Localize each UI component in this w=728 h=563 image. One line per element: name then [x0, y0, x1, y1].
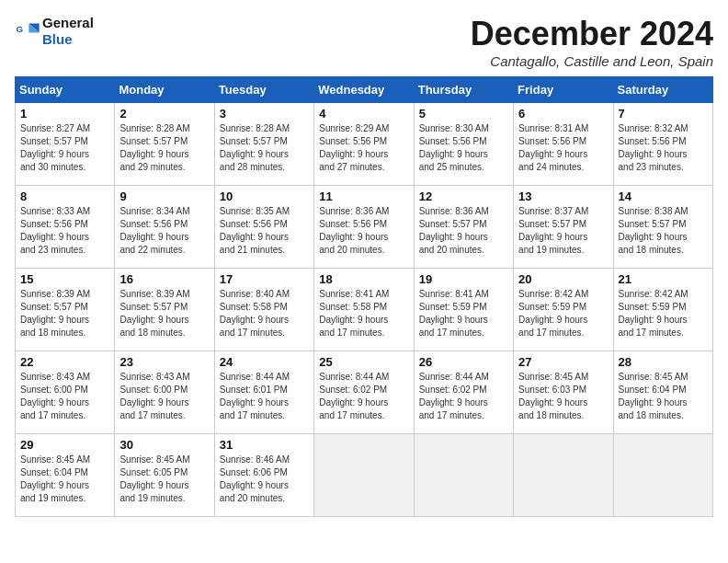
calendar-cell: 21Sunrise: 8:42 AM Sunset: 5:59 PM Dayli…	[613, 269, 712, 351]
column-header-saturday: Saturday	[613, 77, 712, 103]
day-number: 19	[419, 272, 508, 286]
calendar-cell: 8Sunrise: 8:33 AM Sunset: 5:56 PM Daylig…	[16, 186, 115, 269]
day-number: 17	[220, 272, 309, 286]
day-info: Sunrise: 8:31 AM Sunset: 5:56 PM Dayligh…	[518, 122, 608, 174]
day-info: Sunrise: 8:44 AM Sunset: 6:02 PM Dayligh…	[319, 371, 408, 422]
calendar-week-2: 8Sunrise: 8:33 AM Sunset: 5:56 PM Daylig…	[16, 186, 713, 269]
day-info: Sunrise: 8:27 AM Sunset: 5:57 PM Dayligh…	[20, 122, 109, 174]
day-info: Sunrise: 8:45 AM Sunset: 6:04 PM Dayligh…	[20, 454, 109, 505]
calendar-cell: 30Sunrise: 8:45 AM Sunset: 6:05 PM Dayli…	[115, 434, 214, 517]
day-info: Sunrise: 8:39 AM Sunset: 5:57 PM Dayligh…	[20, 288, 109, 339]
day-info: Sunrise: 8:43 AM Sunset: 6:00 PM Dayligh…	[119, 371, 209, 422]
calendar-week-3: 15Sunrise: 8:39 AM Sunset: 5:57 PM Dayli…	[16, 269, 713, 351]
day-number: 28	[619, 355, 708, 369]
day-number: 24	[220, 355, 309, 369]
calendar-cell: 15Sunrise: 8:39 AM Sunset: 5:57 PM Dayli…	[16, 269, 115, 351]
day-info: Sunrise: 8:45 AM Sunset: 6:04 PM Dayligh…	[619, 371, 708, 422]
calendar-table: SundayMondayTuesdayWednesdayThursdayFrid…	[15, 76, 713, 517]
day-info: Sunrise: 8:46 AM Sunset: 6:06 PM Dayligh…	[220, 454, 309, 505]
calendar-cell	[414, 434, 513, 517]
logo-icon: G	[15, 18, 40, 44]
calendar-cell: 2Sunrise: 8:28 AM Sunset: 5:57 PM Daylig…	[115, 103, 214, 186]
day-info: Sunrise: 8:38 AM Sunset: 5:57 PM Dayligh…	[619, 205, 708, 257]
day-info: Sunrise: 8:42 AM Sunset: 5:59 PM Dayligh…	[619, 288, 708, 339]
day-number: 23	[119, 355, 209, 369]
calendar-cell: 1Sunrise: 8:27 AM Sunset: 5:57 PM Daylig…	[16, 103, 115, 186]
day-info: Sunrise: 8:41 AM Sunset: 5:58 PM Dayligh…	[319, 288, 408, 339]
day-number: 18	[319, 272, 408, 286]
calendar-cell: 9Sunrise: 8:34 AM Sunset: 5:56 PM Daylig…	[115, 186, 214, 269]
calendar-cell: 18Sunrise: 8:41 AM Sunset: 5:58 PM Dayli…	[314, 269, 414, 351]
day-info: Sunrise: 8:42 AM Sunset: 5:59 PM Dayligh…	[518, 288, 608, 339]
day-info: Sunrise: 8:43 AM Sunset: 6:00 PM Dayligh…	[20, 371, 109, 422]
calendar-cell: 25Sunrise: 8:44 AM Sunset: 6:02 PM Dayli…	[314, 351, 414, 434]
day-info: Sunrise: 8:44 AM Sunset: 6:02 PM Dayligh…	[419, 371, 508, 422]
day-number: 10	[220, 190, 309, 203]
day-info: Sunrise: 8:33 AM Sunset: 5:56 PM Dayligh…	[20, 205, 109, 257]
day-info: Sunrise: 8:30 AM Sunset: 5:56 PM Dayligh…	[419, 122, 508, 174]
day-info: Sunrise: 8:34 AM Sunset: 5:56 PM Dayligh…	[119, 205, 209, 257]
day-info: Sunrise: 8:28 AM Sunset: 5:57 PM Dayligh…	[119, 122, 209, 174]
title-block: December 2024 Cantagallo, Castille and L…	[471, 15, 713, 69]
calendar-cell: 4Sunrise: 8:29 AM Sunset: 5:56 PM Daylig…	[314, 103, 414, 186]
day-info: Sunrise: 8:45 AM Sunset: 6:03 PM Dayligh…	[518, 371, 608, 422]
day-number: 13	[518, 190, 608, 203]
calendar-cell: 5Sunrise: 8:30 AM Sunset: 5:56 PM Daylig…	[414, 103, 513, 186]
calendar-cell	[613, 434, 712, 517]
calendar-cell: 10Sunrise: 8:35 AM Sunset: 5:56 PM Dayli…	[214, 186, 313, 269]
calendar-cell: 13Sunrise: 8:37 AM Sunset: 5:57 PM Dayli…	[514, 186, 613, 269]
day-info: Sunrise: 8:28 AM Sunset: 5:57 PM Dayligh…	[220, 122, 309, 174]
day-info: Sunrise: 8:44 AM Sunset: 6:01 PM Dayligh…	[220, 371, 309, 422]
day-info: Sunrise: 8:41 AM Sunset: 5:59 PM Dayligh…	[419, 288, 508, 339]
day-number: 5	[419, 107, 508, 121]
day-info: Sunrise: 8:37 AM Sunset: 5:57 PM Dayligh…	[518, 205, 608, 257]
page-header: G General Blue December 2024 Cantagallo,…	[15, 15, 713, 69]
day-number: 6	[518, 107, 608, 121]
day-number: 11	[319, 190, 408, 203]
day-info: Sunrise: 8:39 AM Sunset: 5:57 PM Dayligh…	[119, 288, 209, 339]
calendar-cell: 23Sunrise: 8:43 AM Sunset: 6:00 PM Dayli…	[115, 351, 214, 434]
calendar-cell: 14Sunrise: 8:38 AM Sunset: 5:57 PM Dayli…	[613, 186, 712, 269]
calendar-cell: 7Sunrise: 8:32 AM Sunset: 5:56 PM Daylig…	[613, 103, 712, 186]
day-number: 1	[20, 107, 109, 121]
month-title: December 2024	[471, 15, 713, 53]
calendar-header-row: SundayMondayTuesdayWednesdayThursdayFrid…	[16, 77, 713, 103]
calendar-cell: 16Sunrise: 8:39 AM Sunset: 5:57 PM Dayli…	[115, 269, 214, 351]
day-number: 25	[319, 355, 408, 369]
calendar-cell: 29Sunrise: 8:45 AM Sunset: 6:04 PM Dayli…	[16, 434, 115, 517]
calendar-cell: 27Sunrise: 8:45 AM Sunset: 6:03 PM Dayli…	[514, 351, 613, 434]
day-number: 31	[220, 438, 309, 452]
calendar-cell: 17Sunrise: 8:40 AM Sunset: 5:58 PM Dayli…	[214, 269, 313, 351]
day-number: 4	[319, 107, 408, 121]
calendar-body: 1Sunrise: 8:27 AM Sunset: 5:57 PM Daylig…	[16, 103, 713, 517]
day-number: 12	[419, 190, 508, 203]
day-number: 9	[119, 190, 209, 203]
calendar-cell: 26Sunrise: 8:44 AM Sunset: 6:02 PM Dayli…	[414, 351, 513, 434]
day-number: 30	[119, 438, 209, 452]
logo-line1: General	[42, 15, 94, 31]
calendar-cell: 19Sunrise: 8:41 AM Sunset: 5:59 PM Dayli…	[414, 269, 513, 351]
day-number: 15	[20, 272, 109, 286]
day-number: 26	[419, 355, 508, 369]
column-header-friday: Friday	[514, 77, 613, 103]
calendar-week-4: 22Sunrise: 8:43 AM Sunset: 6:00 PM Dayli…	[16, 351, 713, 434]
day-info: Sunrise: 8:29 AM Sunset: 5:56 PM Dayligh…	[319, 122, 408, 174]
calendar-cell: 11Sunrise: 8:36 AM Sunset: 5:56 PM Dayli…	[314, 186, 414, 269]
column-header-monday: Monday	[115, 77, 214, 103]
column-header-tuesday: Tuesday	[214, 77, 313, 103]
day-info: Sunrise: 8:32 AM Sunset: 5:56 PM Dayligh…	[619, 122, 708, 174]
calendar-week-1: 1Sunrise: 8:27 AM Sunset: 5:57 PM Daylig…	[16, 103, 713, 186]
location: Cantagallo, Castille and Leon, Spain	[471, 53, 713, 69]
day-number: 27	[518, 355, 608, 369]
calendar-cell: 12Sunrise: 8:36 AM Sunset: 5:57 PM Dayli…	[414, 186, 513, 269]
day-number: 14	[619, 190, 708, 203]
calendar-cell: 28Sunrise: 8:45 AM Sunset: 6:04 PM Dayli…	[613, 351, 712, 434]
day-info: Sunrise: 8:35 AM Sunset: 5:56 PM Dayligh…	[220, 205, 309, 257]
day-info: Sunrise: 8:45 AM Sunset: 6:05 PM Dayligh…	[119, 454, 209, 505]
column-header-thursday: Thursday	[414, 77, 513, 103]
day-number: 8	[20, 190, 109, 203]
svg-text:G: G	[16, 24, 23, 34]
day-info: Sunrise: 8:40 AM Sunset: 5:58 PM Dayligh…	[220, 288, 309, 339]
calendar-cell: 3Sunrise: 8:28 AM Sunset: 5:57 PM Daylig…	[214, 103, 313, 186]
day-info: Sunrise: 8:36 AM Sunset: 5:57 PM Dayligh…	[419, 205, 508, 257]
